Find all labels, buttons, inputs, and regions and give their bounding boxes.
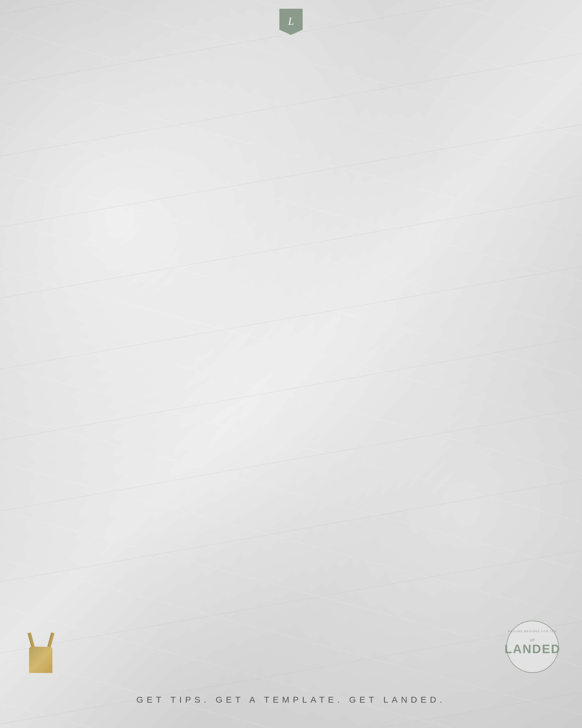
badge-top-text: RESUME DESIGNS FOR THE [508,630,557,633]
badge-main: get LANDED [505,638,561,656]
badge-get-text: get [505,638,561,642]
page-wrapper: L PROFESSIONALLY DESIGNED by a Resume Wr… [0,0,582,728]
badge-landed-text: LANDED [505,642,561,656]
top-badge: L [279,9,303,35]
binder-clip [23,632,58,673]
badge-letter: L [288,15,294,27]
binder-clip-body [29,647,52,673]
background [0,0,582,728]
bottom-left [23,632,58,673]
footer-tagline: GET TIPS. GET A TEMPLATE. GET LANDED. [0,695,582,705]
bottom-right-badge: RESUME DESIGNS FOR THE get LANDED [506,621,559,673]
circle-badge: RESUME DESIGNS FOR THE get LANDED [506,621,559,673]
